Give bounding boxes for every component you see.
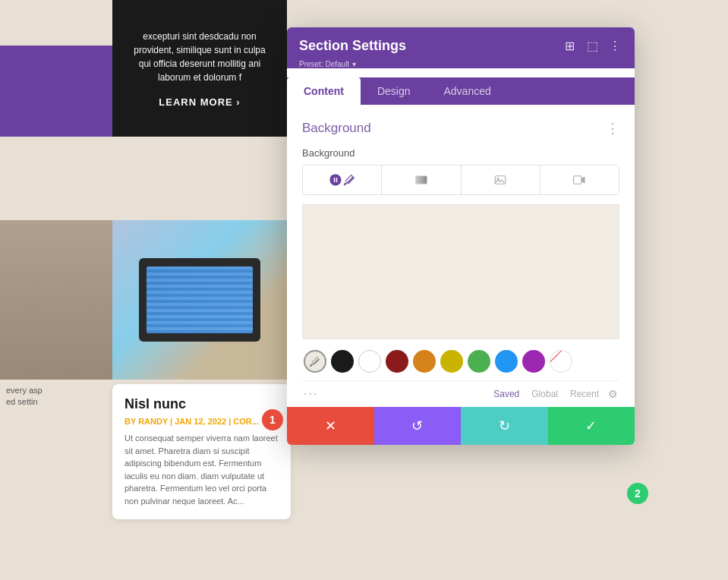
panel-actions: ✕ ↺ ↻ ✓ bbox=[287, 407, 635, 445]
redo-button[interactable]: ↻ bbox=[461, 407, 548, 445]
blog-card-text: Ut consequat semper viverra nam laoreet … bbox=[124, 432, 279, 507]
green-swatch[interactable] bbox=[468, 350, 490, 373]
bg-type-tabs bbox=[302, 165, 619, 195]
panel-preset[interactable]: Preset: Default ▾ bbox=[299, 60, 622, 68]
saved-tab[interactable]: Saved bbox=[490, 387, 522, 401]
eyedropper-icon bbox=[310, 356, 320, 367]
color-tabs-right: Saved Global Recent ⚙ bbox=[490, 387, 618, 401]
color-swatches-row bbox=[302, 350, 619, 373]
global-tab[interactable]: Global bbox=[528, 387, 561, 401]
svg-rect-4 bbox=[574, 176, 582, 184]
grid-icon[interactable]: ⊞ bbox=[562, 39, 577, 54]
recent-tab[interactable]: Recent bbox=[567, 387, 602, 401]
orange-swatch[interactable] bbox=[413, 350, 436, 373]
dark-panel-text: excepturi sint desdcadu non provident, s… bbox=[128, 30, 272, 84]
save-button[interactable]: ✓ bbox=[548, 407, 635, 445]
blog-card-meta: BY RANDY | JAN 12, 2022 | COR... bbox=[124, 417, 279, 426]
bg-type-video[interactable] bbox=[540, 165, 619, 194]
blue-accent-box bbox=[0, 46, 114, 137]
bg-type-gradient[interactable] bbox=[382, 165, 461, 194]
side-text-line-2: ed settin bbox=[6, 397, 106, 406]
blog-card: Nisl nunc BY RANDY | JAN 12, 2022 | COR.… bbox=[112, 384, 291, 519]
panel-body: Background ⋮ Background bbox=[287, 105, 635, 407]
purple-swatch[interactable] bbox=[522, 350, 545, 373]
background-section-menu-icon[interactable]: ⋮ bbox=[606, 120, 619, 137]
settings-panel: Section Settings ⊞ ⬚ ⋮ Preset: Default ▾… bbox=[287, 27, 635, 445]
svg-rect-0 bbox=[415, 176, 427, 184]
color-settings-icon[interactable]: ⚙ bbox=[608, 388, 618, 400]
dark-content-panel: excepturi sint desdcadu non provident, s… bbox=[112, 0, 287, 137]
eyedropper-swatch[interactable] bbox=[304, 350, 326, 373]
preset-label: Preset: Default bbox=[299, 60, 349, 68]
preset-arrow-icon: ▾ bbox=[352, 60, 356, 68]
laptop-mockup bbox=[139, 258, 260, 342]
bg-type-color[interactable] bbox=[303, 165, 382, 194]
cancel-button[interactable]: ✕ bbox=[287, 407, 374, 445]
side-text-line-1: every asp bbox=[6, 386, 106, 395]
panel-title: Section Settings bbox=[299, 38, 406, 54]
gradient-icon bbox=[414, 173, 428, 187]
color-tab-dots[interactable]: ··· bbox=[304, 387, 318, 401]
background-section-title: Background bbox=[302, 121, 371, 136]
color-tabs-row: ··· Saved Global Recent ⚙ bbox=[302, 380, 619, 407]
blue-swatch[interactable] bbox=[495, 350, 518, 373]
panel-header: Section Settings ⊞ ⬚ ⋮ Preset: Default ▾ bbox=[287, 27, 635, 68]
learn-more-button[interactable]: LEARN MORE › bbox=[159, 96, 240, 108]
person-card bbox=[0, 220, 112, 380]
blog-card-title: Nisl nunc bbox=[124, 396, 279, 412]
video-icon bbox=[572, 173, 586, 187]
tab-advanced[interactable]: Advanced bbox=[427, 77, 507, 105]
panel-tabs: Content Design Advanced bbox=[287, 77, 635, 105]
bg-color-preview bbox=[302, 204, 619, 339]
eyedropper-tab-icon bbox=[342, 173, 356, 187]
tab-content[interactable]: Content bbox=[287, 77, 361, 105]
transparent-swatch[interactable] bbox=[358, 350, 381, 373]
tab-design[interactable]: Design bbox=[361, 77, 427, 105]
dark-red-swatch[interactable] bbox=[386, 350, 408, 373]
more-options-icon[interactable]: ⋮ bbox=[607, 39, 622, 54]
badge-2: 2 bbox=[627, 483, 648, 504]
panel-header-icons: ⊞ ⬚ ⋮ bbox=[562, 39, 622, 54]
background-label: Background bbox=[302, 147, 619, 159]
laptop-image-card bbox=[112, 220, 287, 380]
black-swatch[interactable] bbox=[331, 350, 354, 373]
image-icon bbox=[493, 173, 507, 187]
color-icon bbox=[329, 173, 342, 187]
panel-header-top: Section Settings ⊞ ⬚ ⋮ bbox=[299, 38, 622, 54]
undo-button[interactable]: ↺ bbox=[374, 407, 462, 445]
background-section-header: Background ⋮ bbox=[302, 120, 619, 137]
badge-1: 1 bbox=[262, 409, 283, 430]
columns-icon[interactable]: ⬚ bbox=[585, 39, 600, 54]
side-text-area: every asp ed settin bbox=[0, 380, 112, 415]
custom-color-swatch[interactable] bbox=[550, 350, 572, 373]
bg-type-image[interactable] bbox=[462, 165, 540, 194]
yellow-swatch[interactable] bbox=[440, 350, 463, 373]
